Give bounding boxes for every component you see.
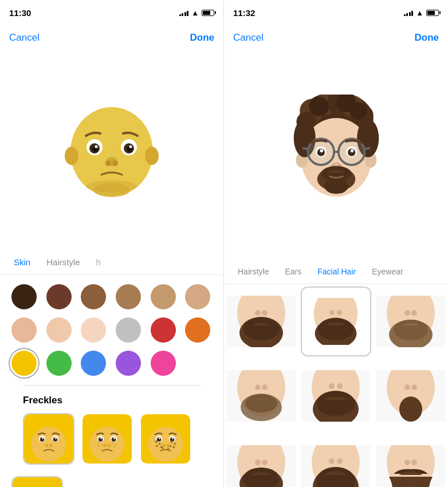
svg-point-61 [167,447,170,450]
signal-icon [179,9,189,16]
done-button-right[interactable]: Done [415,32,439,44]
color-tan[interactable] [151,284,176,309]
color-pink[interactable] [151,351,176,376]
freckle-option-heavy[interactable] [140,413,191,465]
color-yellow[interactable] [11,351,37,376]
right-panel: 11:32 ▲ Cancel Done [224,0,448,487]
svg-point-132 [337,383,343,389]
svg-point-142 [255,459,261,465]
svg-point-130 [316,391,355,416]
svg-point-37 [101,444,103,446]
tab-partial[interactable]: h [88,250,109,274]
facial-hair-scroll[interactable] [224,284,448,487]
color-orange[interactable] [185,317,210,343]
svg-rect-62 [13,477,62,487]
status-icons-right: ▲ [404,9,439,17]
color-blue[interactable] [81,351,106,376]
svg-point-135 [399,396,422,422]
tab-skin[interactable]: Skin [6,250,38,274]
svg-point-23 [55,438,57,439]
svg-point-22 [42,438,44,439]
svg-point-126 [262,384,268,390]
hair-option-5[interactable] [298,359,373,433]
color-light-peach[interactable] [46,317,72,343]
freckle-svg-1 [24,414,73,464]
done-button-left[interactable]: Done [190,32,215,44]
svg-line-88 [364,148,370,149]
svg-point-14 [112,160,118,166]
svg-point-41 [114,446,116,448]
hair-option-7[interactable] [224,434,298,487]
tab-eyewear[interactable]: Eyewear [364,259,411,284]
svg-point-13 [105,160,111,166]
battery-icon [202,10,214,16]
hair-option-2[interactable] [301,286,371,356]
memoji-svg-left [54,90,169,205]
color-dark-brown[interactable] [11,284,37,309]
section-divider [23,385,201,386]
svg-point-96 [350,149,353,152]
svg-point-76 [309,97,328,116]
svg-point-1 [65,147,78,165]
svg-point-50 [162,444,165,447]
color-peach[interactable] [11,317,37,343]
color-gray[interactable] [116,317,141,343]
svg-point-152 [404,459,410,465]
svg-point-118 [394,320,428,340]
svg-point-52 [155,440,158,443]
tab-hairstyle-right[interactable]: Hairstyle [230,259,277,284]
hair-option-8[interactable] [298,434,373,487]
color-red[interactable] [151,317,176,343]
freckles-grid [23,413,201,465]
svg-point-148 [329,458,335,464]
color-medium-brown[interactable] [81,284,106,309]
cancel-button-left[interactable]: Cancel [9,32,40,44]
svg-point-124 [245,394,277,413]
svg-point-40 [115,444,117,446]
svg-point-35 [108,444,111,447]
facial-hair-grid [224,284,448,487]
svg-point-34 [103,444,107,447]
freckle-option-none[interactable] [23,413,74,465]
tab-hairstyle-left[interactable]: Hairstyle [38,250,88,274]
hair-option-9[interactable] [374,434,448,487]
color-grid [11,284,212,376]
svg-point-56 [170,440,173,443]
svg-point-39 [112,442,114,444]
wifi-icon: ▲ [191,9,199,17]
status-bar-left: 11:30 ▲ [0,0,223,25]
cancel-button-right[interactable]: Cancel [233,32,264,44]
svg-point-136 [404,384,410,390]
hair-option-6[interactable] [374,359,448,433]
hair-option-3[interactable] [374,284,448,359]
time-right: 11:32 [233,8,255,18]
tab-ears[interactable]: Ears [277,259,309,284]
color-purple[interactable] [116,351,141,376]
color-light-tan[interactable] [185,284,210,309]
svg-point-36 [98,442,100,444]
tab-facial-hair[interactable]: Facial Hair [309,259,364,284]
color-caramel[interactable] [116,284,141,309]
svg-point-17 [31,427,66,462]
tab-bar-left: Skin Hairstyle h [0,250,223,275]
wifi-icon-right: ▲ [416,9,423,17]
svg-line-87 [302,148,308,149]
hair-option-1[interactable] [224,284,298,359]
skin-color-section: Freckles [0,275,223,487]
status-bar-right: 11:32 ▲ [224,0,448,25]
svg-point-93 [320,149,323,152]
time-left: 11:30 [9,8,31,18]
svg-point-113 [330,310,335,315]
freckle-partial-item[interactable] [11,476,63,487]
color-green[interactable] [46,351,72,376]
color-brown[interactable] [46,284,72,309]
hair-option-4[interactable] [224,359,298,433]
freckle-option-light[interactable] [81,413,133,465]
svg-point-114 [337,310,342,315]
avatar-area-right [224,50,448,259]
left-panel: 11:30 ▲ Cancel Done [0,0,224,487]
color-fair[interactable] [81,317,106,343]
svg-point-78 [349,102,366,119]
svg-point-2 [145,147,159,165]
svg-point-131 [329,383,335,389]
